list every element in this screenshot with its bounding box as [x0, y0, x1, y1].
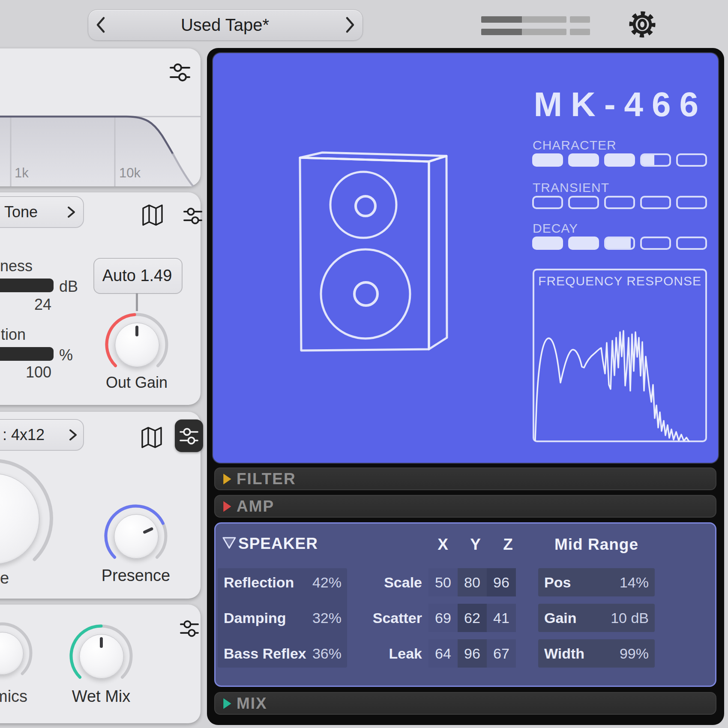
character-segment-5[interactable]	[676, 153, 707, 167]
settings-gear-icon[interactable]	[627, 9, 657, 39]
tone-param1-unit: dB	[59, 278, 78, 296]
tone-param1-label: ness	[0, 257, 33, 275]
cab-dropdown-chevron-icon[interactable]	[67, 428, 79, 441]
tone-map-icon[interactable]	[142, 204, 163, 226]
param-scale-y-value[interactable]: 80	[458, 568, 487, 596]
param-width-value[interactable]: 99%	[557, 645, 649, 662]
transient-segment-2[interactable]	[568, 196, 599, 209]
model-name: MK-466	[533, 85, 707, 124]
tone-param2-value: 100	[13, 363, 51, 381]
cab-knob-label: e	[0, 569, 9, 587]
tone-settings-icon[interactable]	[183, 206, 202, 226]
tone-param2-unit: %	[59, 346, 73, 364]
param-gain-value[interactable]: 10 dB	[557, 610, 649, 626]
decay-meter-label: DECAY	[533, 221, 578, 236]
tone-param2-label: tion	[1, 326, 26, 344]
character-segment-4[interactable]	[640, 153, 671, 167]
filter-collapse-arrow-icon	[222, 473, 232, 485]
transient-segment-5[interactable]	[676, 196, 707, 209]
tone-param2-slider[interactable]	[0, 347, 54, 361]
out-gain-knob-pointer	[115, 323, 159, 366]
out-gain-readout[interactable]: Auto 1.49	[93, 267, 181, 285]
cab-map-icon[interactable]	[141, 426, 162, 449]
param-bass-reflex-value[interactable]: 36%	[283, 645, 342, 662]
dynamics-knob-label: mics	[0, 687, 27, 706]
mix-collapse-arrow-icon	[222, 697, 232, 710]
param-damping-value[interactable]: 32%	[283, 610, 342, 626]
column-header-z: Z	[499, 536, 518, 554]
preset-next-button[interactable]	[343, 15, 357, 34]
frequency-response-box	[533, 269, 707, 442]
eq-settings-icon[interactable]	[170, 63, 190, 82]
column-header-y: Y	[466, 536, 485, 554]
transient-meter-label: TRANSIENT	[533, 180, 609, 195]
param-scale-z-value[interactable]: 96	[487, 568, 516, 596]
filter-section-header[interactable]: FILTER	[214, 467, 716, 490]
character-segment-1[interactable]	[532, 153, 563, 167]
param-scatter-label: Scatter	[343, 610, 422, 626]
level-meter-left-peak	[570, 16, 590, 23]
param-leak-label: Leak	[343, 645, 422, 662]
decay-segment-5[interactable]	[676, 237, 707, 250]
cab-settings-icon[interactable]	[180, 427, 198, 445]
mix-section-header[interactable]: MIX	[214, 692, 716, 715]
eq-curve-display[interactable]	[0, 111, 201, 186]
param-scatter-x-value[interactable]: 69	[428, 604, 458, 632]
level-meter-right	[481, 29, 566, 35]
param-leak-z-value[interactable]: 67	[487, 639, 516, 668]
param-scale-x-value[interactable]: 50	[428, 568, 458, 596]
readout-connector	[136, 293, 138, 311]
tone-dropdown-label[interactable]: Tone	[4, 203, 38, 221]
column-header-x: X	[434, 536, 452, 554]
tone-param1-value: 24	[17, 296, 51, 314]
transient-segment-1[interactable]	[532, 196, 563, 209]
param-reflection-value[interactable]: 42%	[283, 574, 342, 591]
speaker-section-label[interactable]: SPEAKER	[238, 535, 318, 553]
param-damping-label: Damping	[224, 610, 286, 626]
out-gain-label: Out Gain	[94, 374, 180, 392]
amp-section-header[interactable]: AMP	[214, 495, 716, 518]
decay-segment-3[interactable]	[604, 237, 635, 250]
param-pos-value[interactable]: 14%	[557, 574, 649, 591]
decay-segment-4[interactable]	[640, 237, 671, 250]
tone-param1-slider[interactable]	[0, 279, 54, 292]
preset-name[interactable]: Used Tape*	[88, 15, 362, 35]
character-segment-2[interactable]	[568, 153, 599, 167]
level-meter-right-peak	[570, 29, 590, 35]
param-scatter-z-value[interactable]: 41	[487, 604, 516, 632]
mix-section-label: MIX	[237, 695, 267, 713]
eq-tick-1k: 1k	[15, 165, 29, 181]
transient-segment-4[interactable]	[640, 196, 671, 209]
group-header-mid-range: Mid Range	[554, 536, 639, 554]
decay-segment-2[interactable]	[568, 237, 599, 250]
character-segment-3[interactable]	[604, 153, 635, 167]
param-scatter-y-value[interactable]: 62	[458, 604, 487, 632]
cab-dropdown-label[interactable]: : 4x12	[3, 426, 45, 444]
param-leak-y-value[interactable]: 96	[458, 639, 487, 668]
plugin-window: { "header": { "preset_name": "Used Tape*…	[0, 0, 728, 728]
decay-segment-1[interactable]	[532, 237, 563, 250]
wet-mix-label: Wet Mix	[58, 687, 144, 706]
amp-collapse-arrow-icon	[222, 500, 232, 513]
param-leak-x-value[interactable]: 64	[428, 639, 458, 668]
transient-segment-3[interactable]	[604, 196, 635, 209]
frequency-response-title: FREQUENCY RESPONSE	[533, 274, 707, 288]
output-settings-icon[interactable]	[180, 619, 199, 638]
eq-tick-10k: 10k	[119, 165, 141, 181]
filter-section-label: FILTER	[237, 470, 296, 488]
wet-mix-knob-pointer	[79, 634, 123, 678]
amp-section-label: AMP	[237, 497, 274, 515]
character-meter-label: CHARACTER	[533, 138, 617, 153]
speaker-collapse-arrow-icon[interactable]	[222, 536, 237, 549]
param-scale-label: Scale	[343, 574, 422, 591]
presence-label: Presence	[93, 566, 179, 585]
level-meter-left	[481, 16, 566, 23]
tone-dropdown-chevron-icon[interactable]	[65, 206, 77, 219]
